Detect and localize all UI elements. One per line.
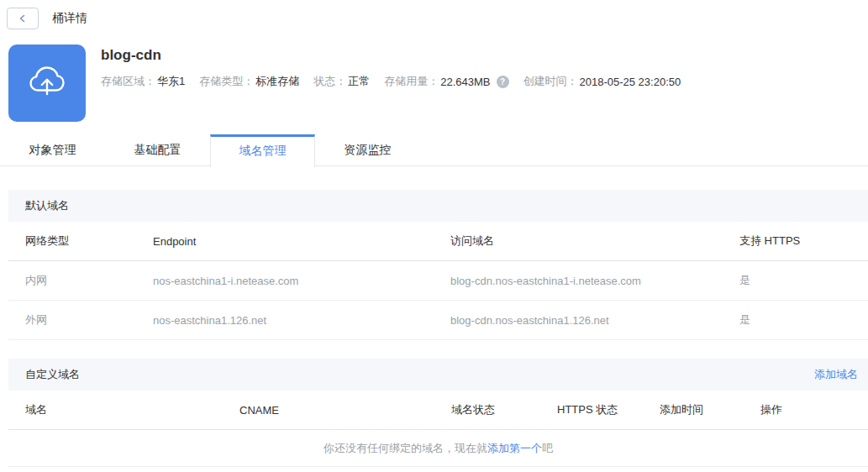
info-label: 创建时间： <box>523 74 578 89</box>
default-domains-table: 网络类型 Endpoint 访问域名 支持 HTTPS 内网 nos-eastc… <box>8 222 868 340</box>
table-row-internal-network: 内网 nos-eastchina1-i.netease.com blog-cdn… <box>8 261 868 301</box>
info-label: 状态： <box>313 74 346 89</box>
section-title: 默认域名 <box>25 198 69 213</box>
custom-domains-table: 域名 CNAME 域名状态 HTTPS 状态 添加时间 操作 你还没有任何绑定的… <box>8 391 868 467</box>
column-header-https-supported: 支持 HTTPS <box>739 233 868 249</box>
column-header-domain-status: 域名状态 <box>451 402 557 417</box>
top-bar: 桶详情 <box>0 0 868 30</box>
default-domains-section-header: 默认域名 <box>8 190 868 222</box>
empty-state-row: 你还没有任何绑定的域名，现在就添加第一个吧 <box>8 430 868 467</box>
cell-https-supported: 是 <box>739 273 868 288</box>
info-value: 标准存储 <box>255 74 299 89</box>
empty-state-text-suffix: 吧 <box>542 441 553 456</box>
bucket-icon <box>8 45 86 122</box>
empty-state-text: 你还没有任何绑定的域名，现在就 <box>324 441 487 456</box>
custom-domains-section-header: 自定义域名 添加域名 <box>8 359 868 391</box>
info-storage-region: 存储区域： 华东1 <box>101 74 185 89</box>
info-value: 华东1 <box>157 74 185 89</box>
cell-https-supported: 是 <box>739 312 868 328</box>
cell-endpoint: nos-eastchina1-i.netease.com <box>153 275 450 287</box>
tab-bar: 对象管理 基础配置 域名管理 资源监控 <box>0 134 868 166</box>
tab-resource-monitor[interactable]: 资源监控 <box>315 134 420 166</box>
custom-domains-section: 自定义域名 添加域名 域名 CNAME 域名状态 HTTPS 状态 添加时间 操… <box>8 359 868 467</box>
tab-object-management[interactable]: 对象管理 <box>0 134 105 166</box>
chevron-left-icon <box>18 13 28 24</box>
info-storage-usage: 存储用量： 22.643MB ? <box>384 74 508 89</box>
info-value: 22.643MB <box>440 76 490 88</box>
cloud-upload-icon <box>25 63 69 103</box>
cell-access-domain: blog-cdn.nos-eastchina1.126.net <box>450 314 739 327</box>
cell-network-type: 外网 <box>25 312 153 328</box>
column-header-https-status: HTTPS 状态 <box>557 402 660 417</box>
column-header-network-type: 网络类型 <box>25 233 153 249</box>
cell-access-domain: blog-cdn.nos-eastchina1-i.netease.com <box>450 275 739 287</box>
bucket-info-line: 存储区域： 华东1 存储类型： 标准存储 状态： 正常 存储用量： 22.643… <box>101 74 695 89</box>
info-value: 2018-05-25 23:20:50 <box>580 76 681 88</box>
help-icon[interactable]: ? <box>497 76 509 88</box>
column-header-access-domain: 访问域名 <box>450 233 739 249</box>
table-header-row: 域名 CNAME 域名状态 HTTPS 状态 添加时间 操作 <box>8 391 868 430</box>
tab-basic-config[interactable]: 基础配置 <box>105 134 210 166</box>
column-header-cname: CNAME <box>239 404 451 417</box>
info-value: 正常 <box>348 74 370 89</box>
cell-network-type: 内网 <box>25 273 153 288</box>
column-header-endpoint: Endpoint <box>153 235 450 248</box>
info-label: 存储区域： <box>101 74 155 89</box>
cell-endpoint: nos-eastchina1.126.net <box>153 314 450 327</box>
info-label: 存储用量： <box>384 74 439 89</box>
tab-content-domain-management: 默认域名 网络类型 Endpoint 访问域名 支持 HTTPS 内网 nos-… <box>8 190 868 467</box>
info-storage-type: 存储类型： 标准存储 <box>199 74 299 89</box>
page-title: 桶详情 <box>52 11 87 26</box>
info-create-time: 创建时间： 2018-05-25 23:20:50 <box>523 74 681 89</box>
add-domain-button[interactable]: 添加域名 <box>814 367 858 382</box>
tab-domain-management[interactable]: 域名管理 <box>210 134 315 167</box>
info-status: 状态： 正常 <box>313 74 370 89</box>
bucket-meta: blog-cdn 存储区域： 华东1 存储类型： 标准存储 状态： 正常 存储用… <box>101 45 695 122</box>
add-first-domain-link[interactable]: 添加第一个 <box>487 441 542 456</box>
back-button[interactable] <box>7 8 39 29</box>
column-header-actions: 操作 <box>760 402 868 417</box>
section-title: 自定义域名 <box>25 367 80 382</box>
bucket-header: blog-cdn 存储区域： 华东1 存储类型： 标准存储 状态： 正常 存储用… <box>8 45 868 122</box>
bucket-name: blog-cdn <box>101 47 695 64</box>
column-header-domain: 域名 <box>25 402 239 417</box>
column-header-add-time: 添加时间 <box>660 402 760 417</box>
table-header-row: 网络类型 Endpoint 访问域名 支持 HTTPS <box>8 222 868 261</box>
table-row-external-network: 外网 nos-eastchina1.126.net blog-cdn.nos-e… <box>8 301 868 340</box>
info-label: 存储类型： <box>199 74 254 89</box>
